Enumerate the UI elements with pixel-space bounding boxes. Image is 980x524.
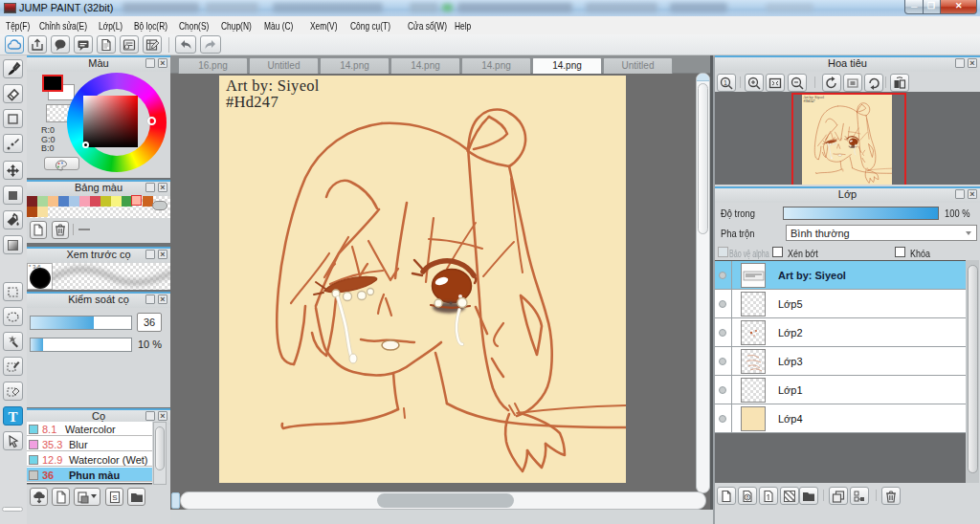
svg-text:T: T — [8, 409, 17, 425]
svg-text:8: 8 — [746, 494, 748, 500]
svg-text:1: 1 — [724, 79, 727, 86]
svg-text:S: S — [112, 493, 117, 502]
